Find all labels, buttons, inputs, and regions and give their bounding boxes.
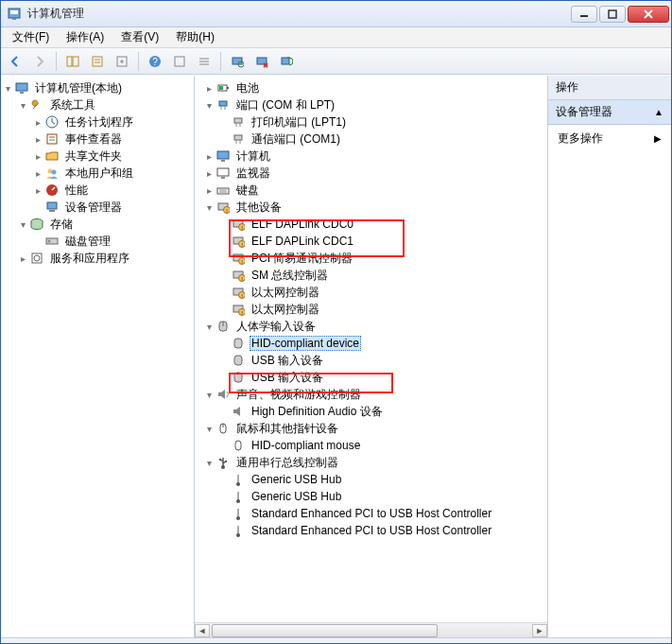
dev-generic-hub1[interactable]: Generic USB Hub [217,471,547,488]
dev-usb-input2[interactable]: USB 输入设备 [217,369,547,386]
dev-std-host1[interactable]: Standard Enhanced PCI to USB Host Contro… [217,505,547,522]
dev-pci-comm[interactable]: ! PCI 简易通讯控制器 [217,250,547,267]
content-area: ▾ 计算机管理(本地) ▾ 系统工具 [1,75,671,637]
tree-services-apps[interactable]: ▸ 服务和应用程序 [16,250,194,267]
expander-icon[interactable]: ▾ [202,320,215,333]
view-large-button[interactable] [169,51,190,72]
dev-elf-cdc1[interactable]: ! ELF DAPLink CDC1 [217,233,547,250]
unknown-device-icon: ! [231,217,246,232]
dev-eth1[interactable]: ! 以太网控制器 [217,284,547,301]
hid-icon [231,336,246,351]
tree-shared-folders[interactable]: ▸ 共享文件夹 [31,148,194,165]
collapsed-icon[interactable]: ▸ [31,132,44,146]
tree-device-manager[interactable]: 设备管理器 [31,199,194,216]
collapsed-icon[interactable]: ▸ [31,149,44,163]
menu-action[interactable]: 操作(A) [59,27,112,47]
actions-more[interactable]: 更多操作 ▶ [548,125,671,152]
collapsed-icon[interactable]: ▸ [202,166,215,180]
dev-generic-hub2[interactable]: Generic USB Hub [217,488,547,505]
device-tree-pane[interactable]: ▸ 电池 ▾ 端口 (COM 和 LPT) 打印机端口 (LPT1) [195,76,548,637]
update-driver-button[interactable] [276,51,297,72]
dev-hid-root[interactable]: ▾ 人体学输入设备 [202,318,547,335]
tree-root[interactable]: ▾ 计算机管理(本地) [1,79,194,96]
dev-other-devices[interactable]: ▾ ! 其他设备 [202,199,547,216]
expander-icon[interactable]: ▾ [1,81,14,95]
tree-storage[interactable]: ▾ 存储 [16,216,194,233]
collapsed-icon[interactable]: ▸ [202,149,215,163]
collapsed-icon[interactable]: ▸ [31,115,44,129]
expander-icon[interactable]: ▾ [202,200,215,214]
dev-mouse-root[interactable]: ▾ 鼠标和其他指针设备 [202,420,547,437]
dev-eth2[interactable]: ! 以太网控制器 [217,301,547,318]
show-hide-tree-button[interactable] [62,51,83,72]
dev-printer-port[interactable]: 打印机端口 (LPT1) [217,113,547,131]
expander-icon[interactable]: ▾ [202,422,215,435]
menu-file[interactable]: 文件(F) [5,27,57,47]
wrench-icon [29,97,44,113]
menu-help[interactable]: 帮助(H) [168,27,222,47]
dev-usb-root[interactable]: ▾ 通用串行总线控制器 [202,454,547,471]
scan-hardware-button[interactable] [227,51,248,72]
collapsed-icon[interactable]: ▸ [31,183,44,197]
services-icon [29,251,44,266]
properties-button[interactable] [87,51,108,72]
svg-rect-19 [233,58,242,64]
expander-icon[interactable]: ▾ [16,98,29,112]
dev-battery[interactable]: ▸ 电池 [202,79,547,96]
svg-text:?: ? [152,57,158,67]
dev-std-host2[interactable]: Standard Enhanced PCI to USB Host Contro… [217,522,547,539]
svg-rect-92 [225,461,227,462]
uninstall-button[interactable] [251,51,272,72]
scroll-left-button[interactable]: ◄ [195,624,210,637]
dev-hd-audio[interactable]: High Definition Audio 设备 [217,403,547,420]
dev-computer[interactable]: ▸ 计算机 [202,148,547,165]
mouse-icon [231,438,246,453]
close-button[interactable] [628,6,669,23]
svg-rect-47 [234,118,242,123]
scroll-thumb[interactable] [212,624,438,637]
titlebar[interactable]: 计算机管理 [1,1,671,27]
collapsed-icon[interactable]: ▸ [202,183,215,197]
tree-event-viewer[interactable]: ▸ 事件查看器 [31,131,194,148]
dev-elf-cdc0[interactable]: ! ELF DAPLink CDC0 [217,216,547,233]
tree-task-scheduler[interactable]: ▸ 任务计划程序 [31,113,194,131]
minimize-button[interactable] [571,6,597,23]
collapse-icon[interactable]: ▲ [654,107,663,117]
tree-system-tools[interactable]: ▾ 系统工具 [16,96,194,113]
expander-icon[interactable]: ▾ [16,218,29,231]
collapsed-icon[interactable]: ▸ [202,81,215,95]
collapsed-icon[interactable]: ▸ [31,166,44,180]
dev-monitor[interactable]: ▸ 监视器 [202,165,547,182]
dev-com-port[interactable]: 通信端口 (COM1) [217,131,547,148]
dev-keyboard[interactable]: ▸ 键盘 [202,182,547,199]
dev-hid-compliant[interactable]: HID-compliant device [217,335,547,352]
dev-sm-bus[interactable]: ! SM 总线控制器 [217,267,547,284]
console-tree-pane[interactable]: ▾ 计算机管理(本地) ▾ 系统工具 [1,76,195,637]
back-button[interactable] [5,51,26,72]
help-button[interactable]: ? [145,51,165,72]
expander-icon[interactable]: ▾ [202,98,215,112]
maximize-button[interactable] [599,6,626,23]
expander-icon[interactable]: ▾ [202,388,215,401]
dev-usb-input1[interactable]: USB 输入设备 [217,352,547,369]
svg-rect-83 [234,339,242,348]
svg-rect-15 [175,57,184,66]
dev-hid-mouse[interactable]: HID-compliant mouse [217,437,547,454]
export-button[interactable] [112,51,132,72]
tree-performance[interactable]: ▸ 性能 [31,182,194,199]
forward-button[interactable] [29,51,50,72]
horizontal-scrollbar[interactable]: ◄ ► [195,622,547,637]
dev-ports[interactable]: ▾ 端口 (COM 和 LPT) [202,96,547,113]
tree-local-users[interactable]: ▸ 本地用户和组 [31,165,194,182]
menu-view[interactable]: 查看(V) [113,27,166,47]
actions-section[interactable]: 设备管理器 ▲ [548,100,671,125]
scroll-track[interactable] [210,624,532,637]
tree-disk-management[interactable]: 磁盘管理 [31,233,194,250]
expander-icon[interactable]: ▾ [202,456,215,469]
tree-root-label: 计算机管理(本地) [33,80,124,96]
view-detail-button[interactable] [194,51,215,72]
dev-audio-root[interactable]: ▾ 声音、视频和游戏控制器 [202,386,547,403]
collapsed-icon[interactable]: ▸ [16,252,29,265]
scroll-right-button[interactable]: ► [532,624,547,637]
svg-rect-7 [67,57,72,66]
